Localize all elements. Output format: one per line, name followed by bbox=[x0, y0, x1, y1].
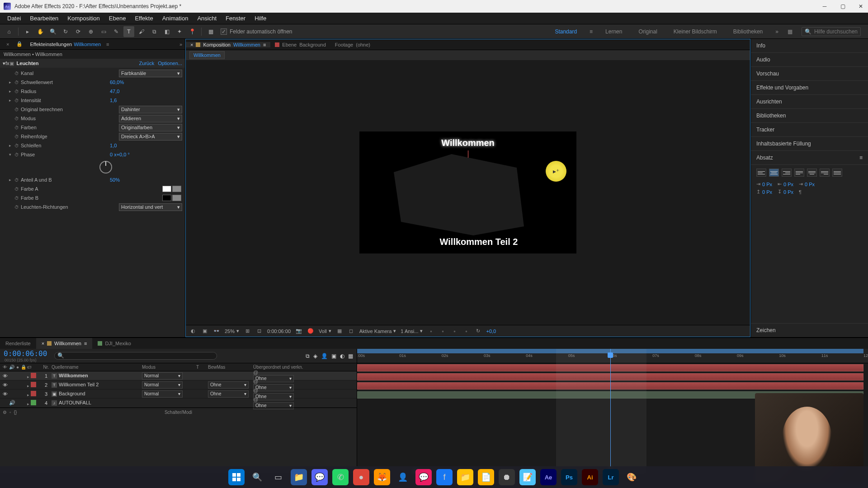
stopwatch-icon[interactable]: ⏱ bbox=[14, 143, 21, 148]
motion-blur-icon[interactable]: ▣ bbox=[9, 61, 14, 66]
alpha-icon[interactable]: ◐ bbox=[189, 328, 197, 335]
messenger-icon[interactable]: 💬 bbox=[415, 469, 432, 485]
stopwatch-icon[interactable]: ⏱ bbox=[14, 116, 21, 121]
dropdown-farben[interactable]: Originalfarben▾ bbox=[119, 124, 182, 131]
dropdown-original[interactable]: Dahinter▾ bbox=[119, 106, 182, 113]
eye-icon[interactable]: 👁 bbox=[3, 373, 8, 379]
panel-menu-icon[interactable]: ≡ bbox=[859, 155, 863, 161]
effect-controls-tab[interactable]: Effekteinstellungen Willkommen bbox=[26, 42, 104, 47]
align-center-button[interactable] bbox=[769, 169, 779, 177]
tl-draft3d-icon[interactable]: ◈ bbox=[313, 353, 317, 359]
eye-icon[interactable]: 👁 bbox=[3, 391, 8, 397]
snapshot-icon[interactable]: 📷 bbox=[295, 328, 302, 335]
tl-graph-icon[interactable]: ▦ bbox=[348, 353, 353, 359]
stopwatch-icon[interactable]: ⏱ bbox=[14, 178, 21, 183]
twirl-icon[interactable]: ▸ bbox=[27, 384, 29, 388]
color-swatch-a[interactable] bbox=[162, 186, 171, 192]
workspace-lernen[interactable]: Lernen bbox=[602, 26, 626, 38]
space-before[interactable]: ↥0 Px bbox=[756, 189, 772, 195]
justify-last-right-button[interactable] bbox=[820, 169, 830, 177]
timeline-tab-renderliste[interactable]: Renderliste bbox=[0, 338, 36, 349]
effect-reset-link[interactable]: Zurück bbox=[139, 61, 155, 66]
twirl-icon[interactable]: ▸ bbox=[27, 375, 29, 379]
eyedropper-b-icon[interactable] bbox=[172, 195, 181, 201]
menu-datei[interactable]: Datei bbox=[3, 15, 25, 22]
composition-canvas[interactable]: Willkommen Willkommen Teil 2 ▸⁺ bbox=[359, 131, 576, 253]
vf-icon-3[interactable]: ▫ bbox=[451, 328, 458, 335]
camera-dropdown[interactable]: Aktive Kamera ▾ bbox=[359, 328, 396, 334]
panel-overflow-icon[interactable]: » bbox=[179, 42, 182, 47]
views-dropdown[interactable]: 1 Ansi... ▾ bbox=[401, 328, 423, 334]
refresh-icon[interactable]: ↻ bbox=[474, 328, 481, 335]
zoom-tool[interactable]: 🔍 bbox=[47, 26, 58, 37]
lightroom-icon[interactable]: Lr bbox=[603, 469, 619, 485]
resolution-dropdown[interactable]: Voll ▾ bbox=[319, 328, 331, 334]
menu-hilfe[interactable]: Hilfe bbox=[250, 15, 271, 22]
dropdown-kanal[interactable]: Farbkanäle▾ bbox=[119, 70, 182, 77]
minimize-button[interactable]: ─ bbox=[821, 3, 828, 10]
search-taskbar-icon[interactable]: 🔍 bbox=[249, 469, 265, 485]
grid-icon[interactable]: ⊞ bbox=[244, 328, 251, 335]
twirl-icon[interactable]: ▸ bbox=[27, 402, 29, 406]
dropdown-modus[interactable]: Addieren▾ bbox=[119, 115, 182, 122]
timeline-tab-willkommen[interactable]: ×Willkommen≡ bbox=[36, 338, 93, 349]
text-willkommen-teil2[interactable]: Willkommen Teil 2 bbox=[440, 237, 518, 247]
workspace-bibliotheken[interactable]: Bibliotheken bbox=[730, 26, 766, 38]
tl-comp-flowchart-icon[interactable]: ⧉ bbox=[306, 353, 310, 359]
panel-effekte-vorgaben[interactable]: Effekte und Vorgaben bbox=[751, 81, 868, 95]
color-swatch-b[interactable] bbox=[162, 195, 171, 201]
hand-tool[interactable]: ✋ bbox=[35, 26, 46, 37]
exposure-value[interactable]: +0,0 bbox=[486, 328, 496, 334]
justify-last-center-button[interactable] bbox=[807, 169, 817, 177]
whatsapp-icon[interactable]: ✆ bbox=[332, 469, 349, 485]
glasses-icon[interactable]: 👓 bbox=[213, 328, 220, 335]
stopwatch-icon[interactable]: ⏱ bbox=[14, 134, 21, 139]
effect-tab-lock-icon[interactable]: 🔒 bbox=[13, 41, 26, 47]
vf-icon-4[interactable]: ▫ bbox=[462, 328, 470, 335]
mode-dropdown[interactable]: Normal ▾ bbox=[142, 372, 183, 380]
align-left-button[interactable] bbox=[756, 169, 766, 177]
discord-icon[interactable]: 💬 bbox=[311, 469, 328, 485]
workspace-standard[interactable]: Standard bbox=[551, 26, 580, 38]
toggle-brackets-icon[interactable]: {} bbox=[14, 410, 17, 415]
tl-motionblur-icon[interactable]: ◐ bbox=[340, 353, 344, 359]
workspace-grid-icon[interactable]: ▦ bbox=[788, 28, 793, 35]
maximize-button[interactable]: ▢ bbox=[839, 3, 846, 10]
text-direction[interactable]: ¶ bbox=[799, 189, 802, 195]
menu-effekte[interactable]: Effekte bbox=[130, 15, 157, 22]
close-button[interactable]: ✕ bbox=[857, 3, 864, 10]
stopwatch-icon[interactable]: ⏱ bbox=[14, 89, 21, 94]
text-tool[interactable]: T bbox=[123, 26, 134, 37]
layer-name[interactable]: Willkommen Teil 2 bbox=[59, 382, 99, 387]
eraser-tool[interactable]: ◧ bbox=[161, 26, 172, 37]
transparency-icon[interactable]: ▦ bbox=[336, 328, 343, 335]
eye-icon[interactable]: 👁 bbox=[3, 382, 8, 388]
mode-dropdown[interactable]: Normal ▾ bbox=[142, 390, 183, 398]
menu-animation[interactable]: Animation bbox=[158, 15, 193, 22]
indent-left[interactable]: ⇥0 Px bbox=[756, 181, 772, 187]
value-schwellenwert[interactable]: 60,0% bbox=[110, 80, 182, 85]
comp-tab-footage[interactable]: Footage (ohne) bbox=[330, 42, 375, 47]
value-phase[interactable]: 0 x+0,0 ° bbox=[110, 152, 182, 157]
eyedropper-a-icon[interactable] bbox=[172, 186, 181, 192]
trackmatte-dropdown[interactable]: Ohne ▾ bbox=[208, 381, 249, 389]
justify-last-left-button[interactable] bbox=[794, 169, 804, 177]
brush-tool[interactable]: 🖌 bbox=[136, 26, 147, 37]
illustrator-icon[interactable]: Ai bbox=[582, 469, 598, 485]
timeline-timecode[interactable]: 0:00:06:00 bbox=[4, 349, 47, 358]
pickwhip-icon[interactable]: @ bbox=[253, 397, 258, 402]
timeline-search[interactable]: 🔍 bbox=[54, 352, 217, 360]
photoshop-icon[interactable]: Ps bbox=[561, 469, 577, 485]
twirl-icon[interactable]: ▸ bbox=[27, 393, 29, 397]
notepad-icon[interactable]: 📝 bbox=[519, 469, 536, 485]
stopwatch-icon[interactable]: ⏱ bbox=[14, 125, 21, 130]
space-after[interactable]: ↧0 Px bbox=[778, 189, 793, 195]
guides-icon[interactable]: ⊡ bbox=[255, 328, 263, 335]
roto-tool[interactable]: ✦ bbox=[174, 26, 185, 37]
toggle-switches-icon[interactable]: ⚙ bbox=[3, 410, 7, 415]
panel-vorschau[interactable]: Vorschau bbox=[751, 67, 868, 81]
dropdown-richtungen[interactable]: Horizontal und vert▾ bbox=[119, 203, 182, 211]
effect-leuchten-header[interactable]: ▾ fx ▣ Leuchten Zurück Optionen... bbox=[0, 59, 185, 68]
dropdown-reihenfolge[interactable]: Dreieck A>B>A▾ bbox=[119, 133, 182, 141]
stopwatch-icon[interactable]: ⏱ bbox=[14, 80, 21, 85]
